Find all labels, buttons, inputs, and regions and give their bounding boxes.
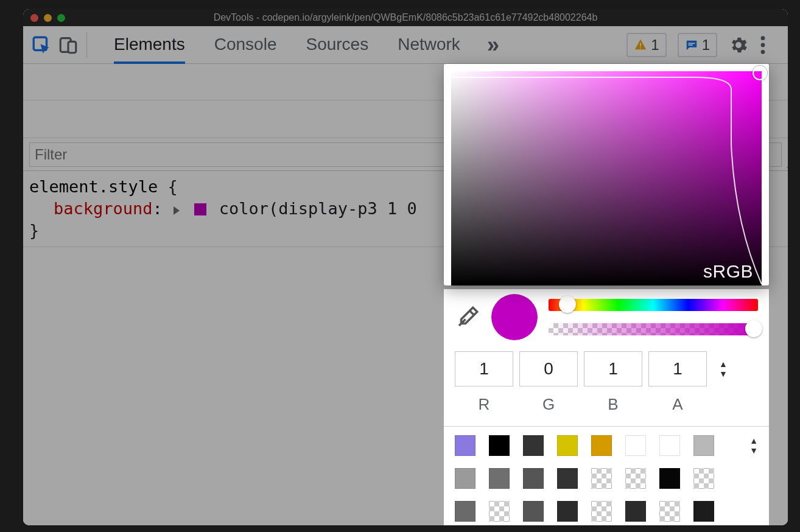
sidebar-collapse-icon[interactable] — [787, 160, 788, 175]
palette-swatch[interactable] — [489, 501, 510, 522]
channel-b-label: B — [584, 395, 642, 414]
color-spectrum[interactable]: sRGB — [451, 71, 762, 285]
palette-swatch[interactable] — [523, 468, 544, 489]
devtools-toolbar: Elements Console Sources Network » 1 1 — [23, 26, 788, 64]
format-switcher-icon[interactable]: ▲▼ — [719, 359, 728, 379]
devtools-window: DevTools - codepen.io/argyleink/pen/QWBg… — [23, 9, 788, 525]
palette-swatch[interactable] — [523, 435, 544, 456]
palette-swatch[interactable] — [591, 468, 612, 489]
messages-badge[interactable]: 1 — [678, 33, 717, 57]
palette-swatch[interactable] — [489, 435, 510, 456]
current-color-swatch — [491, 294, 538, 340]
messages-count: 1 — [702, 37, 710, 54]
warnings-count: 1 — [651, 37, 659, 54]
palette-swatch[interactable] — [455, 435, 475, 456]
svg-point-9 — [761, 49, 765, 54]
alpha-slider[interactable] — [549, 323, 758, 335]
warning-icon — [634, 38, 647, 52]
palette-grid: ▲▼ — [455, 435, 758, 522]
palette-swatch[interactable] — [659, 435, 680, 456]
svg-point-7 — [761, 36, 765, 40]
message-icon — [685, 38, 698, 52]
traffic-lights — [30, 14, 65, 22]
channel-r-label: R — [455, 395, 513, 414]
palette-swatch[interactable] — [557, 501, 578, 522]
expand-value-icon[interactable] — [174, 206, 180, 215]
toolbar-separator — [86, 32, 87, 58]
palette-swatch[interactable] — [625, 468, 646, 489]
eyedropper-icon[interactable] — [455, 304, 480, 330]
tab-console[interactable]: Console — [214, 26, 277, 64]
color-picker-popover: sRGB — [444, 64, 769, 285]
palette-swatch[interactable] — [591, 435, 612, 456]
channel-r-input[interactable]: 1 — [455, 351, 513, 387]
kebab-menu-icon[interactable] — [760, 35, 781, 55]
palette-swatch[interactable] — [557, 435, 578, 456]
window-title: DevTools - codepen.io/argyleink/pen/QWBg… — [23, 12, 788, 23]
palette-swatch[interactable] — [625, 435, 646, 456]
palette-swatch[interactable] — [693, 435, 714, 456]
css-property-name[interactable]: background — [54, 199, 153, 218]
channel-b-input[interactable]: 1 — [584, 351, 642, 387]
palette-swatch[interactable] — [455, 501, 475, 522]
close-window-button[interactable] — [30, 14, 38, 22]
palette-switcher-icon[interactable]: ▲▼ — [749, 436, 758, 455]
palette-swatch[interactable] — [659, 468, 680, 489]
svg-rect-6 — [688, 44, 692, 46]
palette-swatch[interactable] — [659, 501, 680, 522]
tab-sources[interactable]: Sources — [306, 26, 368, 64]
palette-swatch[interactable] — [557, 468, 578, 489]
maximize-window-button[interactable] — [57, 14, 65, 22]
channel-a-input[interactable]: 1 — [648, 351, 707, 387]
palette-swatch[interactable] — [625, 501, 646, 522]
svg-rect-5 — [688, 43, 695, 44]
inspect-icon[interactable] — [30, 34, 52, 56]
svg-rect-2 — [68, 41, 76, 52]
palette-swatch[interactable] — [693, 468, 714, 489]
open-brace: { — [168, 177, 178, 196]
svg-rect-4 — [640, 47, 641, 48]
color-picker-controls: 1 0 1 1 ▲▼ R G B A ▲▼ — [444, 289, 769, 525]
color-swatch-icon[interactable] — [194, 203, 206, 215]
panel-tabs: Elements Console Sources Network — [114, 26, 460, 64]
warnings-badge[interactable]: 1 — [626, 33, 666, 57]
titlebar: DevTools - codepen.io/argyleink/pen/QWBg… — [23, 9, 788, 26]
palette-swatch[interactable] — [591, 501, 612, 522]
palette-divider — [444, 426, 769, 427]
palette-swatch[interactable] — [489, 468, 510, 489]
palette-swatch[interactable] — [693, 501, 714, 522]
tab-network[interactable]: Network — [398, 26, 460, 64]
svg-rect-3 — [640, 43, 641, 46]
close-brace: } — [29, 221, 39, 240]
alpha-thumb[interactable] — [745, 320, 762, 337]
css-property-value[interactable]: color(display-p3 1 0 — [219, 199, 417, 218]
palette-swatch[interactable] — [523, 501, 544, 522]
palette-swatch[interactable] — [455, 468, 475, 489]
tab-elements[interactable]: Elements — [114, 26, 185, 64]
device-toggle-icon[interactable] — [57, 34, 79, 56]
spectrum-cursor[interactable] — [753, 66, 767, 80]
channel-a-label: A — [648, 395, 707, 414]
channel-g-label: G — [519, 395, 578, 414]
hue-slider[interactable] — [549, 299, 758, 311]
svg-point-8 — [761, 43, 765, 47]
settings-icon[interactable] — [728, 35, 749, 55]
css-selector: element.style — [29, 177, 158, 196]
hue-thumb[interactable] — [559, 296, 576, 313]
channel-g-input[interactable]: 0 — [519, 351, 578, 387]
gamut-label: sRGB — [703, 261, 753, 282]
minimize-window-button[interactable] — [44, 14, 52, 22]
gamut-boundary-line — [451, 71, 762, 285]
more-tabs-icon[interactable]: » — [487, 32, 497, 58]
